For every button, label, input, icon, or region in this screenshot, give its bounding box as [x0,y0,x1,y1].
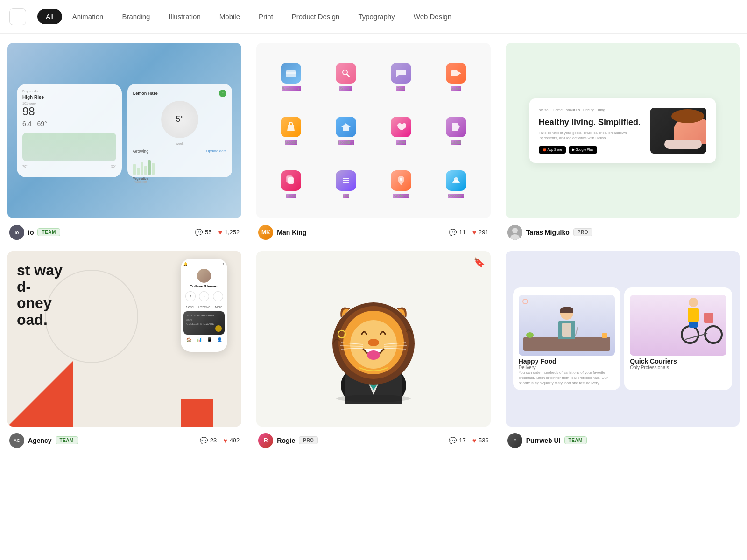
card-6: Happy Food Delivery You can order hundre… [498,251,747,459]
card-2-comment-count: 11 [459,229,465,236]
svg-rect-6 [451,70,458,76]
card-1-comment-count: 55 [205,229,211,236]
card-2-like-count: 291 [479,229,489,236]
card-4-comment-count: 23 [210,437,217,444]
icon-housing-cell: Housing [319,104,373,157]
icon-goods-label: Goods [285,140,297,145]
card-2-stats: 💬 11 ♥ 291 [449,229,488,236]
card-3-badge: PRO [573,228,592,236]
couriers-left-card: Happy Food Delivery You can order hundre… [513,287,621,390]
tab-web-design[interactable]: Web Design [405,9,460,24]
icon-search-label: Search [339,86,353,91]
card-6-author-name: Purrweb UI [526,437,561,444]
agency-text-line1: st way [17,262,63,279]
tab-mobile[interactable]: Mobile [211,9,248,24]
food-subtitle: Delivery [519,365,615,370]
card-6-badge: TEAM [564,436,587,444]
nav-tabs: All Animation Branding Illustration Mobi… [37,9,460,24]
card-3-author: Taras Migulko PRO [507,225,592,240]
svg-line-5 [347,74,349,77]
card-5-image[interactable]: 🔖 [256,251,490,427]
nav-logo [9,8,26,25]
card-1-author-name: io [28,229,34,236]
card-1-stat2: 6.4 [22,120,31,127]
heilsa-btns: 🍎 App Store ▶ Google Play [539,146,645,154]
phone-send: Send [186,305,193,308]
card-4-comments: 💬 23 [200,437,217,444]
cards-grid: Buy seeds High Rise 101 week 98 6.4 69° … [0,34,747,469]
card-2-footer: MK Man King 💬 11 ♥ 291 [256,225,490,240]
card-2-image[interactable]: Bank card Search Chat Video [256,43,490,218]
courier-subtitle: Only Professionals [630,365,726,370]
card-1-stat1: 98 [22,105,35,118]
icon-goods-cell: Goods [264,104,318,157]
card-2-author: MK Man King [258,225,306,240]
icon-list-label: List [343,194,349,198]
card-6-footer: // Purrweb UI TEAM [506,433,740,448]
icon-housing-label: Housing [338,140,354,145]
icon-copy-label: Copy [286,194,296,198]
heart-icon: ♥ [218,229,222,236]
comment-icon-2: 💬 [449,229,457,236]
card-5-avatar: R [258,433,273,448]
card-1-image[interactable]: Buy seeds High Rise 101 week 98 6.4 69° … [7,43,241,218]
tab-illustration[interactable]: Illustration [160,9,209,24]
svg-marker-8 [341,123,351,131]
icon-video-shape [446,63,466,84]
icon-chat-label: Chat [396,86,405,91]
tab-animation[interactable]: Animation [64,9,112,24]
card-1-like-count: 1,252 [225,229,240,236]
card-1-title: High Rise [22,95,116,100]
card-1-vegetative: Vegetative [133,177,227,180]
card-6-image[interactable]: Happy Food Delivery You can order hundre… [506,251,740,427]
nav-bar: All Animation Branding Illustration Mobi… [0,0,747,34]
tab-typography[interactable]: Typography [350,9,403,24]
icon-goods-shape [281,117,301,137]
card-1-phone-right: Lemon Haze ↑ 5° week Growing Update data [127,84,233,177]
card-1-tweet: Tweet left [133,180,227,183]
icon-search-shape [336,63,356,84]
card-3-image[interactable]: heilsa Home about us Pricing Blog Health… [506,43,740,218]
svg-text:io: io [15,230,19,235]
card-1-update: Update data [206,149,227,154]
food-description: You can order hundreds of variations of … [519,370,615,386]
card-5-author-name: Rogie [277,437,295,444]
icon-video-cell: Video [429,50,483,103]
svg-point-27 [367,350,380,360]
card-1-phone-left: Buy seeds High Rise 101 week 98 6.4 69° … [17,84,122,177]
card-5-likes: ♥ 536 [472,437,489,444]
card-4-image[interactable]: st way d- oney oad. 🔔 ✦ Colleen Stewar [7,251,241,427]
card-1-badge: TEAM [37,228,60,236]
card-holder: COLLEEN STEWARD [186,322,222,325]
card-5-stats: 💬 17 ♥ 536 [449,437,488,444]
heilsa-sub: Take control of your goals. Track calori… [539,130,645,140]
icon-copy-shape [281,170,301,191]
card-4: st way d- oney oad. 🔔 ✦ Colleen Stewar [0,251,249,459]
card-3-footer: Taras Migulko PRO [506,225,740,240]
phone-receive: Receive [198,305,210,308]
svg-rect-3 [286,72,296,74]
svg-rect-10 [287,176,292,182]
heart-icon-2: ♥ [472,229,476,236]
card-2-likes: ♥ 291 [472,229,489,236]
card-1-lemon: Lemon Haze [133,91,158,96]
icon-chat-cell: Chat [374,50,428,103]
dot-2 [523,390,526,390]
card-1-likes: ♥ 1,252 [218,229,240,236]
tab-branding[interactable]: Branding [113,9,158,24]
agency-text-line4: oad. [17,311,48,328]
icon-love-shape [391,117,411,137]
icon-address-cell: Address [374,158,428,211]
tab-all[interactable]: All [37,9,62,24]
card-5: 🔖 [249,251,498,459]
icon-love-cell: Love [374,104,428,157]
heilsa-left: heilsa Home about us Pricing Blog Health… [539,108,645,154]
svg-point-14 [400,178,402,181]
tab-product-design[interactable]: Product Design [283,9,348,24]
icon-weather-cell: Weather [429,158,483,211]
tab-print[interactable]: Print [250,9,282,24]
svg-marker-7 [458,71,461,75]
heilsa-dark-panel: ✦ ✦ ✦ [650,108,706,154]
icon-bankcard [281,63,301,84]
card-4-like-count: 492 [230,437,240,444]
